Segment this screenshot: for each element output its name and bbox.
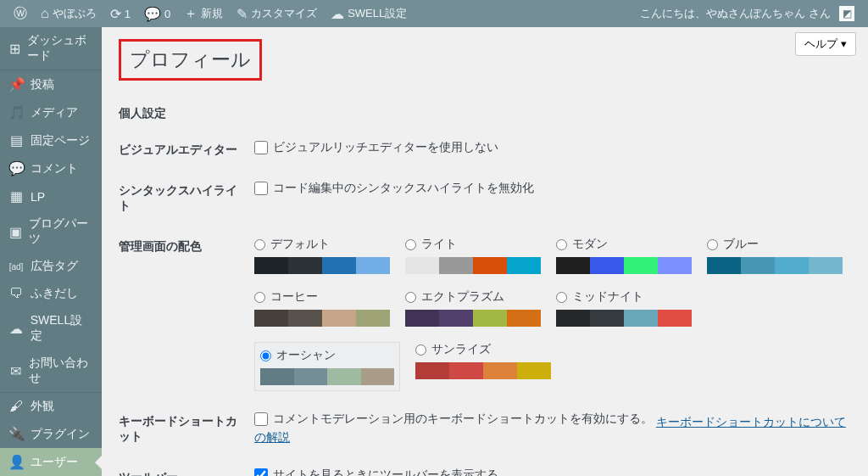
new-content-link[interactable]: ＋新規 bbox=[177, 0, 230, 27]
scheme-radio-row[interactable]: サンライズ bbox=[415, 342, 551, 357]
sidebar-label: ユーザー bbox=[31, 455, 78, 470]
avatar-icon: ◩ bbox=[839, 6, 854, 21]
visual-editor-label: ビジュアルリッチエディターを使用しない bbox=[273, 140, 498, 155]
dashboard-icon: ⊞ bbox=[8, 41, 20, 57]
scheme-radio-row[interactable]: コーヒー bbox=[254, 289, 390, 305]
blogparts-icon: ▣ bbox=[8, 224, 22, 240]
content-wrap: ヘルプ ▾ プロフィール 個人設定 ビジュアルエディター ビジュアルリッチエディ… bbox=[102, 27, 868, 476]
kb-checkbox[interactable] bbox=[254, 412, 268, 426]
scheme-sunrise[interactable]: サンライズ bbox=[415, 342, 551, 391]
customize-link[interactable]: ✎カスタマイズ bbox=[230, 0, 324, 27]
sidebar-item-swell[interactable]: ☁SWELL設定 bbox=[0, 307, 102, 350]
scheme-ectoplasm[interactable]: エクトプラズム bbox=[405, 289, 541, 327]
site-link[interactable]: ⌂やぼぶろ bbox=[34, 0, 103, 27]
scheme-radio-row[interactable]: ミッドナイト bbox=[556, 289, 692, 305]
sidebar-item-comments[interactable]: 💬コメント bbox=[0, 154, 102, 182]
sidebar-item-contact[interactable]: ✉お問い合わせ bbox=[0, 350, 102, 392]
scheme-radio-row[interactable]: オーシャン bbox=[260, 348, 394, 363]
page-icon: ▤ bbox=[8, 132, 24, 148]
help-button[interactable]: ヘルプ ▾ bbox=[795, 32, 856, 56]
sidebar-label: コメント bbox=[31, 161, 78, 176]
swatch bbox=[405, 310, 541, 327]
scheme-coffee[interactable]: コーヒー bbox=[254, 289, 390, 327]
comments-count: 0 bbox=[164, 8, 170, 20]
sidebar-label: SWELL設定 bbox=[31, 313, 93, 344]
syntax-label: コード編集中のシンタックスハイライトを無効化 bbox=[273, 181, 534, 196]
toolbar-checkbox[interactable] bbox=[254, 468, 268, 476]
balloon-icon: 🗨 bbox=[8, 286, 24, 301]
swatch bbox=[254, 310, 390, 327]
scheme-radio[interactable] bbox=[415, 344, 426, 356]
section-personal: 個人設定 bbox=[119, 106, 851, 121]
page-title: プロフィール bbox=[119, 39, 262, 81]
scheme-label: オーシャン bbox=[276, 348, 336, 363]
sidebar-item-media[interactable]: 🎵メディア bbox=[0, 98, 102, 126]
toolbar-option[interactable]: サイトを見るときにツールバーを表示する bbox=[254, 468, 498, 476]
scheme-label: ブルー bbox=[723, 237, 759, 252]
visual-editor-option[interactable]: ビジュアルリッチエディターを使用しない bbox=[254, 140, 498, 155]
adtags-icon: [ad] bbox=[8, 262, 24, 272]
sidebar-item-users[interactable]: 👤ユーザー bbox=[0, 448, 102, 476]
swatch bbox=[556, 257, 692, 274]
scheme-radio[interactable] bbox=[556, 239, 567, 250]
scheme-radio[interactable] bbox=[405, 292, 416, 303]
scheme-label: サンライズ bbox=[431, 342, 491, 357]
swatch bbox=[260, 368, 394, 385]
scheme-radio-row[interactable]: ライト bbox=[405, 237, 541, 252]
scheme-label: モダン bbox=[572, 237, 608, 252]
scheme-modern[interactable]: モダン bbox=[556, 237, 692, 274]
sidebar-item-appearance[interactable]: 🖌外観 bbox=[0, 393, 102, 420]
new-label: 新規 bbox=[201, 6, 223, 21]
swatch bbox=[707, 257, 843, 274]
sidebar-item-lp[interactable]: ▦LP bbox=[0, 182, 102, 210]
syntax-checkbox[interactable] bbox=[254, 182, 268, 195]
th-syntax: シンタックスハイライト bbox=[119, 171, 254, 227]
kb-option[interactable]: コメントモデレーション用のキーボードショートカットを有効にする。 bbox=[254, 412, 653, 427]
scheme-radio[interactable] bbox=[260, 350, 271, 361]
scheme-radio[interactable] bbox=[707, 239, 718, 250]
lp-icon: ▦ bbox=[8, 188, 24, 204]
scheme-radio[interactable] bbox=[556, 292, 567, 303]
sidebar-label: 広告タグ bbox=[31, 259, 78, 274]
scheme-default[interactable]: デフォルト bbox=[254, 237, 390, 274]
sidebar-item-blog-parts[interactable]: ▣ブログパーツ bbox=[0, 210, 102, 253]
sidebar-item-dashboard[interactable]: ⊞ダッシュボード bbox=[0, 27, 102, 70]
site-name: やぼぶろ bbox=[53, 6, 97, 21]
visual-editor-checkbox[interactable] bbox=[254, 141, 268, 154]
scheme-radio-row[interactable]: モダン bbox=[556, 237, 692, 252]
comments-link[interactable]: 💬0 bbox=[137, 0, 177, 27]
scheme-light[interactable]: ライト bbox=[405, 237, 541, 274]
howdy[interactable]: こんにちは、やぬさんぽんちゃん さん◩ bbox=[633, 0, 861, 27]
scheme-radio-row[interactable]: エクトプラズム bbox=[405, 289, 541, 305]
th-visual-editor: ビジュアルエディター bbox=[119, 130, 254, 171]
scheme-radio[interactable] bbox=[254, 292, 265, 303]
sidebar-label: メディア bbox=[31, 105, 78, 120]
scheme-midnight[interactable]: ミッドナイト bbox=[556, 289, 692, 327]
sidebar-label: 固定ページ bbox=[31, 133, 90, 148]
wp-logo[interactable]: ⓦ bbox=[7, 0, 34, 27]
updates-link[interactable]: ⟳1 bbox=[103, 0, 137, 27]
swell-link[interactable]: ☁SWELL設定 bbox=[324, 0, 414, 27]
scheme-blue[interactable]: ブルー bbox=[707, 237, 843, 274]
sidebar-item-pages[interactable]: ▤固定ページ bbox=[0, 126, 102, 154]
color-schemes: デフォルトライトモダンブルーコーヒーエクトプラズムミッドナイトオーシャンサンライ… bbox=[254, 237, 851, 391]
plugin-icon: 🔌 bbox=[8, 426, 24, 442]
sidebar-label: お問い合わせ bbox=[29, 356, 93, 386]
pin-icon: 📌 bbox=[8, 76, 24, 92]
brush-icon: 🖌 bbox=[8, 399, 24, 414]
th-toolbar: ツールバー bbox=[119, 457, 254, 476]
mail-icon: ✉ bbox=[8, 363, 22, 379]
sidebar-label: LP bbox=[31, 190, 45, 204]
sidebar-item-plugins[interactable]: 🔌プラグイン bbox=[0, 420, 102, 448]
scheme-radio[interactable] bbox=[254, 239, 265, 250]
sidebar-label: 外観 bbox=[31, 399, 54, 414]
scheme-radio-row[interactable]: ブルー bbox=[707, 237, 843, 252]
sidebar-item-posts[interactable]: 📌投稿 bbox=[0, 70, 102, 98]
scheme-radio-row[interactable]: デフォルト bbox=[254, 237, 390, 252]
syntax-option[interactable]: コード編集中のシンタックスハイライトを無効化 bbox=[254, 181, 534, 196]
sidebar-item-ad-tags[interactable]: [ad]広告タグ bbox=[0, 253, 102, 280]
scheme-ocean[interactable]: オーシャン bbox=[254, 342, 400, 391]
sidebar-item-fukidashi[interactable]: 🗨ふきだし bbox=[0, 280, 102, 307]
user-icon: 👤 bbox=[8, 454, 24, 470]
scheme-radio[interactable] bbox=[405, 239, 416, 250]
